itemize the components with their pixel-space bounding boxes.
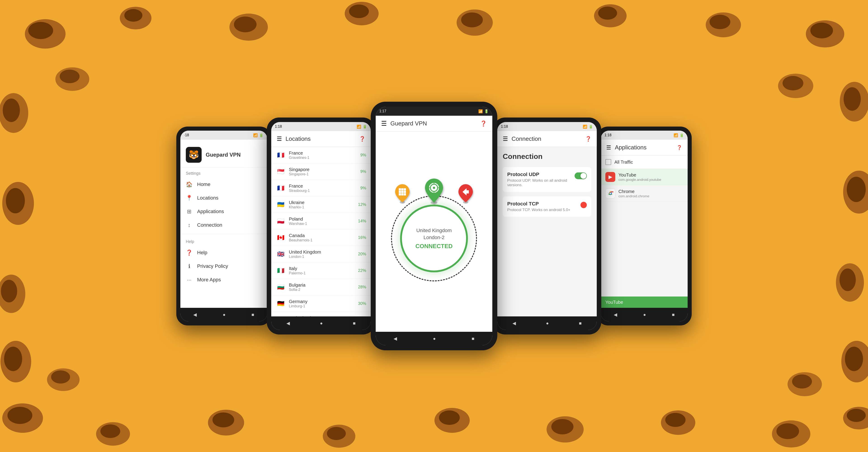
drawer-item-more-apps[interactable]: ··· More Apps <box>180 273 267 287</box>
bottom-nav-5: ◀ ● ■ <box>601 308 688 321</box>
battery-icon-1: 🔋 <box>259 133 264 137</box>
svg-point-3 <box>124 9 143 22</box>
back-btn-3[interactable]: ◀ <box>389 334 401 343</box>
status-right-5: 📶 🔋 <box>674 133 684 137</box>
chrome-info: Chrome com.android.chrome <box>618 189 683 198</box>
list-item[interactable]: 🇸🇬 Singapore Singapore-1 9% <box>271 163 371 180</box>
svg-point-15 <box>810 23 833 38</box>
hamburger-icon-3[interactable]: ☰ <box>381 120 387 127</box>
connection-icon: ↕ <box>186 222 193 228</box>
phone-menu-inner: ·18 📶 🔋 🐯 Guepard VPN Settings <box>180 131 267 321</box>
home-icon: 🏠 <box>186 181 193 188</box>
recent-btn-5[interactable]: ■ <box>667 310 679 319</box>
home-btn-2[interactable]: ● <box>315 319 327 328</box>
city-1: Gravelines-1 <box>289 156 357 160</box>
svg-point-11 <box>598 6 617 20</box>
home-btn-3[interactable]: ● <box>428 334 440 343</box>
svg-point-57 <box>792 375 812 388</box>
drawer-item-connection[interactable]: ↕ Connection <box>180 218 267 232</box>
loc-info-6: Canada Beauharnois-1 <box>289 233 355 242</box>
home-btn-1[interactable]: ● <box>218 310 230 319</box>
all-traffic-row[interactable]: All Traffic <box>601 156 688 169</box>
list-item[interactable]: 🇵🇱 Poland Warshaw-1 14% <box>271 213 371 229</box>
home-btn-5[interactable]: ● <box>639 310 650 319</box>
svg-point-37 <box>6 188 25 213</box>
country-5: Poland <box>289 217 355 222</box>
list-item[interactable]: 🇧🇬 Bulgaria Sofia-2 28% <box>271 279 371 295</box>
hamburger-icon-2[interactable]: ☰ <box>277 135 282 142</box>
country-3: France <box>289 184 357 189</box>
app-item-youtube[interactable]: ▶ YouTube com.google.android.youtube <box>601 169 688 185</box>
help-icon-4[interactable]: ❓ <box>585 136 591 142</box>
svg-point-52 <box>778 74 813 98</box>
apps-content: All Traffic ▶ YouTube com.google.android… <box>601 156 688 296</box>
svg-point-55 <box>51 370 70 384</box>
list-item[interactable]: 🇨🇦 Canada Beauharnois-1 16% <box>271 229 371 246</box>
toggle-tcp[interactable] <box>581 202 587 208</box>
recent-btn-2[interactable]: ■ <box>348 319 360 328</box>
back-btn-5[interactable]: ◀ <box>609 310 622 319</box>
svg-point-21 <box>213 413 234 427</box>
svg-point-4 <box>229 13 268 41</box>
recent-btn-3[interactable]: ■ <box>467 334 479 343</box>
svg-point-16 <box>2 403 43 433</box>
help-icon-3[interactable]: ❓ <box>480 121 487 127</box>
list-item[interactable]: 🇫🇷 France Gravelines-1 9% <box>271 147 371 163</box>
hamburger-icon-5[interactable]: ☰ <box>606 144 611 151</box>
vpn-inner-circle: United Kingdom London-2 CONNECTED <box>400 204 468 272</box>
status-bar-4: 1:18 📶 🔋 <box>497 122 597 131</box>
all-traffic-checkbox[interactable] <box>605 159 611 165</box>
drawer-item-help[interactable]: ❓ Help <box>180 246 267 259</box>
app-item-chrome[interactable]: Chrome com.android.chrome <box>601 185 688 202</box>
battery-icon-3: 🔋 <box>484 109 489 114</box>
drawer-item-privacy[interactable]: ℹ Privacy Policy <box>180 259 267 273</box>
svg-rect-67 <box>404 193 406 195</box>
svg-point-43 <box>844 87 861 111</box>
protocol-udp-info: Protocol UDP Protocol UDP. Works on all … <box>507 171 571 187</box>
chrome-package: com.android.chrome <box>618 194 683 198</box>
list-item[interactable]: 🇬🇧 United Kingdom London-1 20% <box>271 246 371 262</box>
svg-point-51 <box>60 70 80 83</box>
hamburger-icon-4[interactable]: ☰ <box>503 135 508 142</box>
svg-point-20 <box>208 410 244 435</box>
recent-btn-4[interactable]: ■ <box>575 319 586 328</box>
help-icon-2[interactable]: ❓ <box>359 136 365 142</box>
flag-gb: 🇬🇧 <box>276 249 286 259</box>
back-btn-4[interactable]: ◀ <box>508 319 520 328</box>
status-bar-1: ·18 📶 🔋 <box>180 131 267 140</box>
settings-label: Settings <box>180 167 267 177</box>
list-item[interactable]: 🇮🇹 Italy Palermo-1 22% <box>271 262 371 279</box>
toggle-udp[interactable] <box>575 172 587 179</box>
phone-applications: 1:18 📶 🔋 ☰ Applications ❓ All Traffic <box>597 127 692 325</box>
list-item[interactable]: 🇩🇪 Germany Limburg-1 30% <box>271 295 371 312</box>
status-left-1: ·18 <box>184 133 189 137</box>
list-item[interactable]: 🇫🇷 France Strasbourg-1 9% <box>271 180 371 196</box>
drawer-item-applications[interactable]: ⊞ Applications <box>180 205 267 218</box>
country-9: Bulgaria <box>289 283 355 288</box>
city-5: Warshaw-1 <box>289 222 355 226</box>
drawer-item-locations[interactable]: 📍 Locations <box>180 191 267 205</box>
svg-rect-63 <box>401 191 403 193</box>
home-btn-4[interactable]: ● <box>541 319 553 328</box>
protocol-udp-desc: Protocol UDP. Works on all android versi… <box>507 178 571 187</box>
list-item[interactable]: 🇺🇦 Ukraine Kharkiv-1 12% <box>271 196 371 213</box>
svg-point-23 <box>327 427 346 440</box>
svg-point-24 <box>434 408 470 433</box>
back-btn-1[interactable]: ◀ <box>189 310 201 319</box>
help-icon-5[interactable]: ❓ <box>677 145 682 150</box>
svg-point-44 <box>843 171 868 214</box>
connection-pin-icon <box>457 182 475 204</box>
recent-btn-1[interactable]: ■ <box>247 310 258 319</box>
drawer-item-home[interactable]: 🏠 Home <box>180 177 267 191</box>
status-right-3: 📶 🔋 <box>478 109 489 114</box>
country-7: United Kingdom <box>289 250 355 255</box>
phone-applications-inner: 1:18 📶 🔋 ☰ Applications ❓ All Traffic <box>601 131 688 321</box>
wifi-icon-2: 📶 <box>357 125 361 129</box>
back-btn-2[interactable]: ◀ <box>282 319 294 328</box>
vpn-outer-circle[interactable]: United Kingdom London-2 CONNECTED <box>391 195 477 281</box>
country-8: Italy <box>289 266 355 271</box>
flag-pl: 🇵🇱 <box>276 216 286 226</box>
help-icon: ❓ <box>186 250 193 256</box>
vpn-main-content: United Kingdom London-2 CONNECTED <box>376 132 492 332</box>
list-item[interactable]: 🇳🇱 Netherlands Amsterdam-1 44% <box>271 312 371 316</box>
